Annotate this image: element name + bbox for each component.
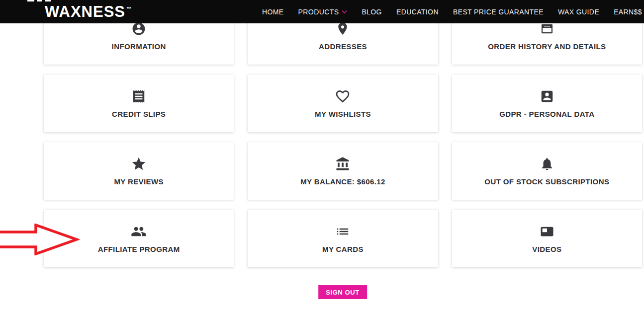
nav-products[interactable]: PRODUCTS	[298, 8, 348, 16]
account-tile-out-of-stock-subscriptions[interactable]: OUT OF STOCK SUBSCRIPTIONS	[452, 142, 642, 200]
tile-label: MY WISHLISTS	[315, 110, 371, 118]
trademark-symbol: ™	[126, 6, 131, 11]
nav-earn[interactable]: EARN$$	[614, 8, 642, 16]
id-card-icon	[540, 89, 554, 104]
account-dashboard-grid: INFORMATION ADDRESSES ORDER HISTORY AND …	[44, 7, 642, 267]
top-navbar: WAXNESS™ HOME PRODUCTS BLOG EDUCATION BE…	[0, 0, 644, 23]
sign-out-button[interactable]: SIGN OUT	[318, 285, 367, 299]
clipped-text-remnant	[27, 0, 34, 1]
account-tile-my-cards[interactable]: MY CARDS	[248, 210, 438, 267]
people-icon	[131, 224, 147, 239]
tile-label: ADDRESSES	[319, 42, 367, 51]
account-tile-credit-slips[interactable]: CREDIT SLIPS	[44, 75, 234, 132]
featured-video-icon	[540, 224, 554, 239]
account-tile-gdpr[interactable]: GDPR - PERSONAL DATA	[452, 75, 642, 132]
tile-label: AFFILIATE PROGRAM	[98, 245, 180, 253]
nav-blog[interactable]: BLOG	[362, 8, 382, 16]
nav-home[interactable]: HOME	[262, 8, 284, 16]
account-tile-videos[interactable]: VIDEOS	[452, 210, 642, 267]
tile-label: GDPR - PERSONAL DATA	[499, 110, 594, 118]
chevron-down-icon	[342, 10, 347, 14]
brand-logo[interactable]: WAXNESS™	[45, 4, 130, 19]
brand-logo-text: WAXNESS	[45, 3, 125, 20]
nav-wax-guide[interactable]: WAX GUIDE	[558, 8, 599, 16]
heart-outline-icon	[335, 89, 351, 104]
nav-best-price-guarantee[interactable]: BEST PRICE GUARANTEE	[453, 8, 544, 16]
list-icon	[335, 224, 350, 239]
tile-label: MY REVIEWS	[114, 177, 164, 186]
tile-label: INFORMATION	[112, 42, 166, 51]
clipped-text-remnant	[37, 0, 42, 1]
tile-label: MY BALANCE: $606.12	[300, 177, 385, 186]
tile-label: VIDEOS	[532, 245, 561, 253]
account-tile-my-balance[interactable]: MY BALANCE: $606.12	[248, 142, 438, 200]
red-annotation-arrow	[0, 224, 80, 255]
account-tile-my-wishlists[interactable]: MY WISHLISTS	[248, 75, 438, 132]
bell-icon	[540, 156, 554, 171]
map-pin-icon	[335, 21, 350, 36]
account-tile-my-reviews[interactable]: MY REVIEWS	[44, 142, 234, 200]
tile-label: OUT OF STOCK SUBSCRIPTIONS	[484, 177, 609, 186]
order-window-icon	[540, 21, 554, 36]
tile-label: MY CARDS	[322, 245, 364, 253]
account-circle-icon	[131, 21, 146, 36]
nav-products-label: PRODUCTS	[298, 8, 339, 16]
nav-education[interactable]: EDUCATION	[396, 8, 439, 16]
main-nav: HOME PRODUCTS BLOG EDUCATION BEST PRICE …	[262, 8, 644, 16]
tile-label: CREDIT SLIPS	[112, 110, 166, 118]
receipt-icon	[131, 89, 146, 104]
star-icon	[131, 156, 147, 171]
tile-label: ORDER HISTORY AND DETAILS	[488, 42, 606, 51]
clipped-text-remnant	[45, 0, 51, 1]
bank-icon	[335, 156, 350, 171]
